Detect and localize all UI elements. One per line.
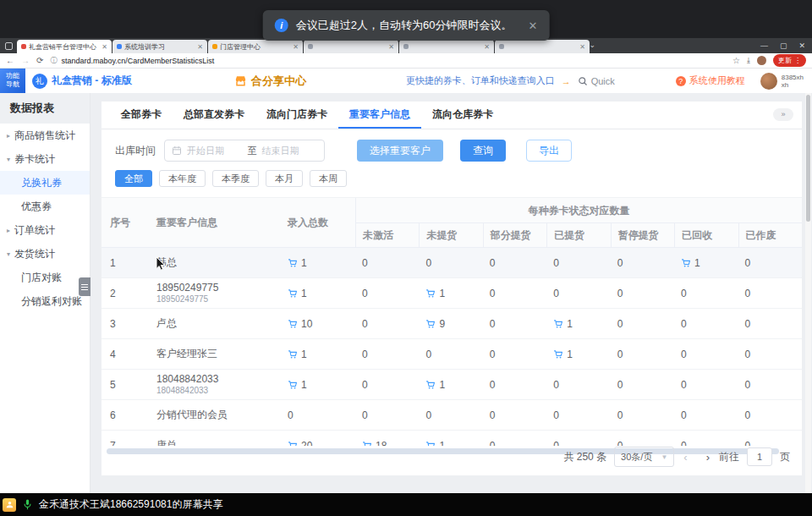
tab-close-icon[interactable]: ✕ xyxy=(293,43,299,51)
tab-list-icon[interactable] xyxy=(5,42,13,50)
quick-filter-button[interactable]: 全部 xyxy=(115,170,152,187)
card-count-icon[interactable] xyxy=(288,319,298,329)
expand-arrow-icon: ▾ xyxy=(3,250,14,258)
browser-tab[interactable]: 系统培训学习 ✕ xyxy=(112,40,207,53)
panel-collapse-button[interactable]: » xyxy=(773,108,793,121)
export-button[interactable]: 导出 xyxy=(526,140,572,162)
chevron-down-icon[interactable]: ⌄ xyxy=(589,41,595,49)
content-tab[interactable]: 流向门店券卡 xyxy=(255,102,338,129)
bookmark-star-icon[interactable]: ☆ xyxy=(732,56,740,65)
content-tab[interactable]: 重要客户信息 xyxy=(338,102,421,129)
card-count-icon[interactable] xyxy=(425,319,436,329)
card-count-icon[interactable] xyxy=(681,258,691,268)
goto-page-input[interactable] xyxy=(747,447,772,466)
status-cell: 0 xyxy=(674,349,738,360)
card-count-icon[interactable] xyxy=(288,380,298,390)
tab-close-icon[interactable]: ✕ xyxy=(197,43,203,51)
customer-name: 分销代理的会员 xyxy=(156,409,279,420)
share-center-link[interactable]: 合分享中心 xyxy=(234,69,306,93)
table-row[interactable]: 5 18048842033 18048842033 1 0 100000 xyxy=(102,370,802,400)
card-count-icon[interactable] xyxy=(425,380,436,390)
window-close-button[interactable]: ✕ xyxy=(798,41,805,50)
select-customer-button[interactable]: 选择重要客户 xyxy=(357,140,443,162)
browser-tab[interactable]: ✕ xyxy=(495,40,590,53)
tutorial-link[interactable]: ? 系统使用教程 xyxy=(676,74,745,87)
card-count-icon[interactable] xyxy=(362,441,372,447)
browser-update-button[interactable]: 更新 ⋮ xyxy=(773,54,806,67)
card-count-icon[interactable] xyxy=(288,349,298,360)
page-scrollbar[interactable] xyxy=(805,93,811,493)
content-tab[interactable]: 总部直发券卡 xyxy=(173,102,255,129)
refresh-icon[interactable]: ⟳ xyxy=(36,56,43,65)
promo-text: 更快捷的券卡、订单和快递查询入口 xyxy=(406,74,555,87)
download-icon[interactable]: ⤓ xyxy=(747,56,750,65)
status-cell: 0 xyxy=(355,349,419,360)
expand-arrow-icon: ▸ xyxy=(3,132,14,140)
url-field[interactable]: ⓘ standard.maboy.cn/CardMemberStatistics… xyxy=(50,56,726,65)
card-count-icon[interactable] xyxy=(288,441,298,447)
date-range-input[interactable]: 开始日期 至 结束日期 xyxy=(164,140,325,162)
browser-tab[interactable]: ✕ xyxy=(399,40,494,53)
sidebar-child-item[interactable]: 兑换礼券 xyxy=(0,171,90,195)
quick-search[interactable]: Quick xyxy=(578,76,615,86)
meeting-toast-text: 会议已超过2人，自动转为60分钟限时会议。 xyxy=(296,18,513,33)
table-header: 序号 重要客户信息 录入总数 每种券卡状态对应数量 未激活未提货部分提货已提货暂… xyxy=(102,197,802,248)
card-count-icon[interactable] xyxy=(553,349,563,360)
quick-filter-button[interactable]: 本周 xyxy=(310,170,347,187)
tab-favicon-icon xyxy=(21,44,26,49)
card-count-icon[interactable] xyxy=(425,441,436,447)
maximize-button[interactable]: ▢ xyxy=(780,41,787,50)
user-menu[interactable]: 8385xh xh xyxy=(760,73,804,90)
table-row[interactable]: 7 唐总 20 18 100000 xyxy=(102,431,802,446)
minimize-button[interactable]: — xyxy=(760,41,768,50)
function-nav-button[interactable]: 功能 导航 xyxy=(0,69,25,93)
tab-close-icon[interactable]: ✕ xyxy=(388,43,394,51)
sidebar-group-item[interactable]: ▾ 发货统计 xyxy=(0,242,90,266)
content-tab[interactable]: 流向仓库券卡 xyxy=(421,102,504,129)
browser-tab[interactable]: ✕ xyxy=(304,40,398,53)
card-count-icon[interactable] xyxy=(288,258,298,268)
status-cell: 0 xyxy=(483,349,546,360)
brand-name: 礼盒营销 - 标准版 xyxy=(52,74,132,88)
next-page-icon[interactable]: › xyxy=(705,451,711,464)
sidebar-group-item[interactable]: ▾ 券卡统计 xyxy=(0,147,90,171)
site-info-icon[interactable]: ⓘ xyxy=(50,56,57,65)
card-count-icon[interactable] xyxy=(553,319,563,329)
browser-tab[interactable]: 礼盒营销平台管理中心 ✕ xyxy=(17,40,112,53)
sidebar-child-item[interactable]: 门店对账 xyxy=(0,266,90,289)
table-row[interactable]: 2 18950249775 18950249775 1 0 100000 xyxy=(102,278,802,309)
sidebar-child-item[interactable]: 分销返利对账 xyxy=(0,289,90,313)
forward-icon[interactable]: → xyxy=(21,56,30,65)
sidebar-menu: ▸ 商品销售统计 ▾ 券卡统计 兑换礼券 优惠券 ▸ 订单统计 ▾ 发货统计 门… xyxy=(0,124,90,313)
back-icon[interactable]: ← xyxy=(6,56,14,65)
tab-close-icon[interactable]: ✕ xyxy=(102,43,107,51)
sidebar-collapse-handle[interactable] xyxy=(79,277,91,296)
content-tab[interactable]: 全部券卡 xyxy=(110,102,173,129)
card-count-icon[interactable] xyxy=(288,288,298,299)
browser-tab[interactable]: 门店管理中心 ✕ xyxy=(208,40,303,53)
tab-favicon-icon xyxy=(212,44,217,49)
browser-profile-avatar[interactable] xyxy=(757,56,766,65)
status-headers-row: 未激活未提货部分提货已提货暂停提货已回收已作废 xyxy=(356,223,802,247)
quick-filter-button[interactable]: 本季度 xyxy=(212,170,259,187)
table-row[interactable]: 1 韩总 1 00000 10 xyxy=(102,248,802,278)
quick-filter-button[interactable]: 本月 xyxy=(266,170,303,187)
nav-block-line1: 功能 xyxy=(0,72,25,80)
card-count-icon[interactable] xyxy=(425,288,436,299)
tab-close-icon[interactable]: ✕ xyxy=(484,43,490,51)
sidebar-child-item[interactable]: 优惠券 xyxy=(0,195,90,218)
table-row[interactable]: 3 卢总 10 0 90 1000 xyxy=(102,309,802,339)
sidebar-group-item[interactable]: ▸ 商品销售统计 xyxy=(0,124,90,147)
sidebar-item-label: 兑换礼券 xyxy=(21,176,62,190)
sidebar-group-item[interactable]: ▸ 订单统计 xyxy=(0,218,90,242)
tab-close-icon[interactable]: ✕ xyxy=(579,43,585,51)
quick-filter-button[interactable]: 本年度 xyxy=(159,170,206,187)
prev-page-icon[interactable]: ‹ xyxy=(682,451,689,464)
query-button[interactable]: 查询 xyxy=(460,140,506,162)
table-row[interactable]: 4 客户经理张三 1 000 1000 xyxy=(102,339,802,370)
toast-close-icon[interactable]: ✕ xyxy=(528,19,537,32)
page-scrollbar-thumb[interactable] xyxy=(806,95,810,222)
page-size-select[interactable]: 30条/页 ▼ xyxy=(614,447,674,467)
table-row[interactable]: 6 分销代理的会员 0 0000000 xyxy=(102,400,802,431)
customer-name: 18048842033 xyxy=(156,374,279,385)
